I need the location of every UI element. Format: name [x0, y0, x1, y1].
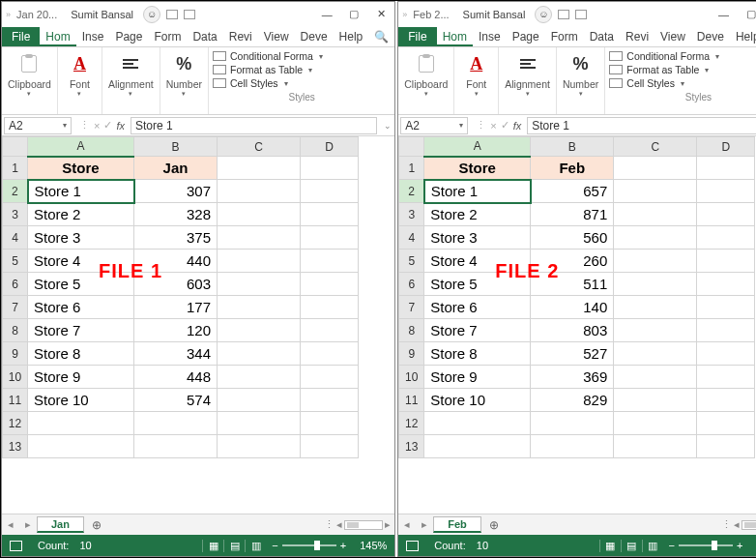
font-group[interactable]: A Font ▾ [454, 47, 499, 114]
cell[interactable]: 140 [531, 296, 614, 319]
cell[interactable]: 527 [531, 342, 614, 366]
tab-review[interactable]: Revi [223, 27, 258, 46]
tab-view[interactable]: View [654, 27, 691, 46]
format-as-table-button[interactable]: Format as Table▾ [213, 63, 391, 76]
cell[interactable] [28, 435, 134, 458]
row-header[interactable]: 8 [399, 319, 424, 342]
sheet-tab[interactable]: Feb [433, 516, 481, 533]
cell[interactable]: 440 [134, 250, 218, 273]
cell[interactable] [531, 435, 614, 458]
row-header[interactable]: 6 [3, 273, 28, 296]
cell[interactable] [301, 157, 359, 180]
cell[interactable] [697, 435, 755, 458]
cell[interactable]: 120 [134, 319, 218, 342]
cell[interactable]: Store 8 [28, 342, 134, 366]
tab-data[interactable]: Data [584, 27, 620, 46]
cell[interactable]: Store 9 [424, 366, 531, 389]
conditional-formatting-button[interactable]: Conditional Forma▾ [609, 49, 756, 63]
row-header[interactable]: 10 [3, 366, 28, 389]
font-group[interactable]: A Font ▾ [58, 47, 102, 114]
conditional-formatting-button[interactable]: Conditional Forma▾ [213, 49, 391, 63]
minimize-button[interactable]: — [313, 3, 340, 26]
alignment-group[interactable]: Alignment ▾ [102, 47, 160, 114]
cell[interactable] [424, 435, 531, 458]
chevron-down-icon[interactable]: ▾ [182, 90, 186, 98]
chevron-down-icon[interactable]: ▾ [77, 90, 81, 98]
cell[interactable]: Store 5 [424, 273, 531, 296]
cell[interactable] [218, 273, 301, 296]
cell[interactable]: 344 [134, 342, 218, 366]
qa-overflow-icon[interactable]: » [6, 10, 11, 19]
select-all-corner[interactable] [3, 137, 28, 157]
row-header[interactable]: 7 [399, 296, 424, 319]
cell[interactable]: 603 [134, 273, 218, 296]
cell[interactable] [697, 250, 755, 273]
view-page-layout-icon[interactable]: ▤ [223, 540, 245, 552]
cell[interactable] [531, 412, 614, 435]
cell[interactable] [697, 319, 755, 342]
name-box[interactable]: A2▾ [400, 117, 468, 134]
worksheet-grid[interactable]: ABCD1StoreJan2Store 13073Store 23284Stor… [2, 136, 394, 514]
cell[interactable]: Jan [134, 157, 218, 180]
tab-help[interactable]: Help [730, 27, 756, 46]
cell[interactable]: 511 [531, 273, 614, 296]
cell[interactable]: Store 2 [28, 203, 134, 226]
column-header[interactable]: D [697, 137, 755, 157]
cell[interactable] [614, 296, 697, 319]
select-all-corner[interactable] [399, 137, 424, 157]
view-normal-icon[interactable]: ▦ [202, 540, 223, 552]
tab-home[interactable]: Hom [437, 27, 473, 46]
cell[interactable] [301, 435, 359, 458]
chevron-down-icon[interactable]: ▾ [63, 121, 67, 130]
cell[interactable] [697, 273, 755, 296]
cell[interactable] [218, 319, 301, 342]
view-page-break-icon[interactable]: ▥ [642, 540, 663, 552]
cell[interactable]: Store 8 [424, 342, 531, 366]
horizontal-scrollbar[interactable] [741, 520, 756, 530]
ribbon-display2-icon[interactable] [575, 10, 587, 19]
chevron-down-icon[interactable]: ▾ [27, 90, 31, 98]
cell[interactable] [614, 180, 697, 203]
cell[interactable]: 560 [531, 226, 614, 250]
cell[interactable] [218, 296, 301, 319]
row-header[interactable]: 1 [399, 157, 424, 180]
tab-help[interactable]: Help [334, 27, 369, 46]
row-header[interactable]: 3 [3, 203, 28, 226]
cell[interactable]: Store [424, 157, 531, 180]
add-sheet-button[interactable]: ⊕ [84, 518, 109, 532]
cell[interactable] [614, 319, 697, 342]
horizontal-scrollbar[interactable] [344, 520, 383, 530]
cell-styles-button[interactable]: Cell Styles▾ [213, 76, 391, 90]
cell[interactable]: Store 6 [28, 296, 134, 319]
chevron-down-icon[interactable]: ▾ [475, 90, 479, 98]
cell[interactable]: Store 3 [28, 226, 134, 250]
tab-page-layout[interactable]: Page [109, 27, 148, 46]
cell[interactable] [614, 157, 697, 180]
splitter-icon[interactable]: ⋮ [721, 518, 732, 531]
sheet-nav-prev-icon[interactable]: ◂ [2, 518, 19, 531]
row-header[interactable]: 3 [399, 203, 424, 226]
column-header[interactable]: C [218, 137, 301, 157]
row-header[interactable]: 9 [3, 342, 28, 366]
cell[interactable]: Store 10 [424, 389, 531, 412]
cell[interactable] [614, 226, 697, 250]
cell[interactable]: Store 2 [424, 203, 531, 226]
tab-file[interactable]: File [2, 27, 40, 46]
cell[interactable] [301, 250, 359, 273]
cell[interactable] [218, 389, 301, 412]
chevron-down-icon[interactable]: ▾ [129, 90, 132, 98]
zoom-slider[interactable]: − + [266, 540, 352, 551]
sheet-nav-next-icon[interactable]: ▸ [19, 518, 37, 531]
cell[interactable]: Store 9 [28, 366, 134, 389]
chevron-down-icon[interactable]: ▾ [526, 90, 530, 98]
cell-styles-button[interactable]: Cell Styles▾ [609, 76, 756, 90]
ribbon-display-icon[interactable] [558, 10, 569, 19]
row-header[interactable]: 10 [399, 366, 424, 389]
cell[interactable]: 574 [134, 389, 218, 412]
add-sheet-button[interactable]: ⊕ [481, 518, 507, 532]
zoom-slider[interactable]: − + [663, 540, 749, 551]
column-header[interactable]: A [424, 137, 531, 157]
fx-icon[interactable]: fx [116, 120, 125, 132]
cell[interactable]: Store 1 [28, 180, 134, 203]
cell[interactable]: 375 [134, 226, 218, 250]
